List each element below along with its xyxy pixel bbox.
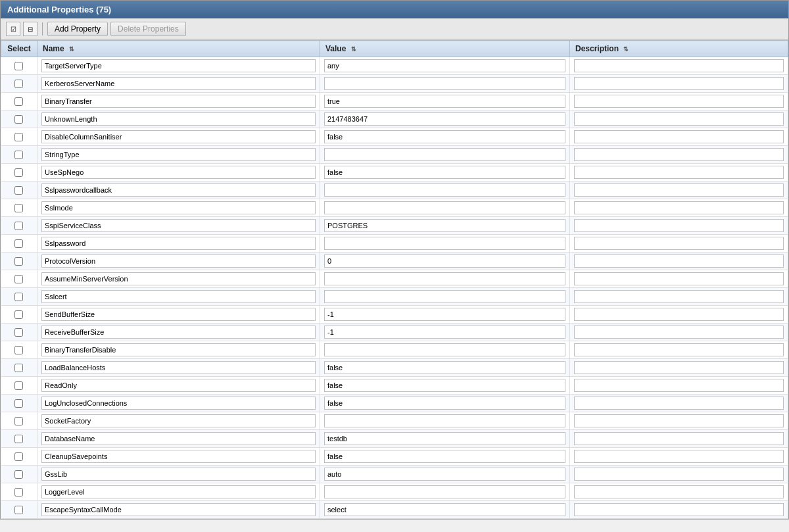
row-checkbox[interactable] [14,310,23,319]
add-property-button[interactable]: Add Property [47,22,108,36]
description-input[interactable] [574,254,784,268]
row-checkbox[interactable] [14,115,23,124]
row-checkbox[interactable] [14,133,23,141]
deselect-icon-button[interactable]: ⊟ [23,22,37,36]
value-input[interactable] [324,183,565,197]
name-input[interactable] [41,397,316,410]
description-input[interactable] [574,379,784,392]
value-input[interactable] [324,361,565,374]
name-input[interactable] [41,166,316,179]
row-checkbox[interactable] [14,435,23,443]
name-input[interactable] [41,503,316,516]
description-input[interactable] [574,59,784,72]
value-input[interactable] [324,308,565,321]
value-input[interactable] [324,503,565,516]
name-input[interactable] [41,254,316,268]
value-input[interactable] [324,130,565,143]
row-checkbox[interactable] [14,364,23,372]
row-checkbox[interactable] [14,62,23,70]
value-input[interactable] [324,290,565,303]
row-checkbox[interactable] [14,97,23,106]
value-input[interactable] [324,166,565,179]
description-input[interactable] [574,326,784,339]
name-input[interactable] [41,95,316,108]
description-input[interactable] [574,166,784,179]
name-input[interactable] [41,414,316,427]
row-checkbox[interactable] [14,275,23,283]
row-checkbox[interactable] [14,239,23,248]
description-input[interactable] [574,130,784,143]
delete-properties-button[interactable]: Delete Properties [110,22,186,36]
name-input[interactable] [41,485,316,498]
description-input[interactable] [574,308,784,321]
row-checkbox[interactable] [14,346,23,354]
name-input[interactable] [41,112,316,126]
value-input[interactable] [324,414,565,427]
name-input[interactable] [41,272,316,285]
name-input[interactable] [41,432,316,445]
value-input[interactable] [324,397,565,410]
description-input[interactable] [574,148,784,161]
description-input[interactable] [574,77,784,90]
row-checkbox[interactable] [14,470,23,479]
description-input[interactable] [574,468,784,481]
row-checkbox[interactable] [14,417,23,425]
value-input[interactable] [324,450,565,463]
name-input[interactable] [41,201,316,214]
value-input[interactable] [324,112,565,126]
value-input[interactable] [324,326,565,339]
row-checkbox[interactable] [14,80,23,88]
name-input[interactable] [41,148,316,161]
row-checkbox[interactable] [14,293,23,301]
name-input[interactable] [41,77,316,90]
name-input[interactable] [41,361,316,374]
value-input[interactable] [324,59,565,72]
description-input[interactable] [574,397,784,410]
name-input[interactable] [41,308,316,321]
description-input[interactable] [574,272,784,285]
row-checkbox[interactable] [14,257,23,266]
col-header-value[interactable]: Value ⇅ [320,41,570,57]
description-input[interactable] [574,450,784,463]
name-input[interactable] [41,219,316,232]
value-input[interactable] [324,77,565,90]
description-input[interactable] [574,343,784,356]
value-input[interactable] [324,219,565,232]
value-input[interactable] [324,254,565,268]
value-input[interactable] [324,237,565,250]
name-input[interactable] [41,326,316,339]
row-checkbox[interactable] [14,222,23,230]
name-input[interactable] [41,343,316,356]
value-input[interactable] [324,148,565,161]
description-input[interactable] [574,414,784,427]
name-input[interactable] [41,468,316,481]
name-input[interactable] [41,59,316,72]
name-input[interactable] [41,379,316,392]
description-input[interactable] [574,485,784,498]
value-input[interactable] [324,468,565,481]
row-checkbox[interactable] [14,452,23,461]
description-input[interactable] [574,432,784,445]
name-input[interactable] [41,290,316,303]
name-input[interactable] [41,450,316,463]
col-header-description[interactable]: Description ⇅ [570,41,788,57]
row-checkbox[interactable] [14,381,23,390]
row-checkbox[interactable] [14,204,23,212]
row-checkbox[interactable] [14,506,23,514]
description-input[interactable] [574,219,784,232]
description-input[interactable] [574,361,784,374]
name-input[interactable] [41,237,316,250]
name-input[interactable] [41,183,316,197]
description-input[interactable] [574,201,784,214]
description-input[interactable] [574,237,784,250]
row-checkbox[interactable] [14,399,23,408]
value-input[interactable] [324,432,565,445]
description-input[interactable] [574,112,784,126]
value-input[interactable] [324,379,565,392]
value-input[interactable] [324,272,565,285]
value-input[interactable] [324,485,565,498]
description-input[interactable] [574,183,784,197]
description-input[interactable] [574,95,784,108]
col-header-name[interactable]: Name ⇅ [37,41,320,57]
value-input[interactable] [324,201,565,214]
